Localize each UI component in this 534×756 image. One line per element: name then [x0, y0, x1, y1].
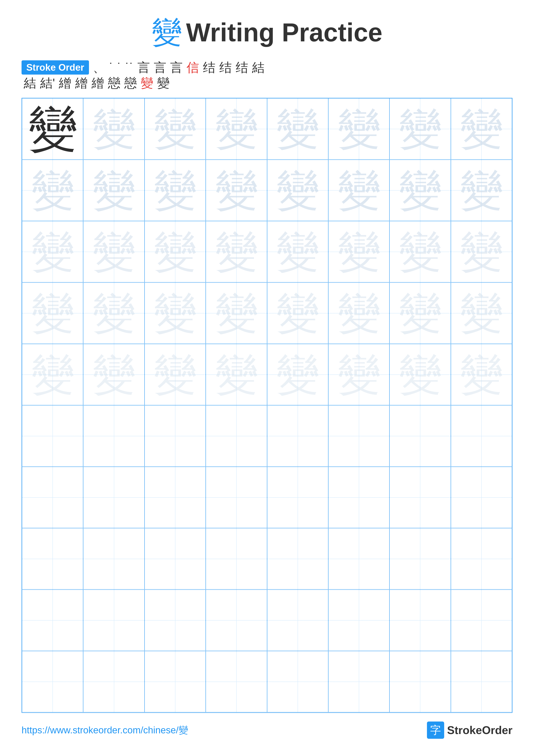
grid-cell[interactable]: 變: [206, 160, 267, 221]
grid-cell[interactable]: [328, 651, 390, 712]
practice-char: 變: [399, 353, 442, 396]
grid-cell[interactable]: [83, 467, 144, 528]
grid-cell[interactable]: 變: [206, 344, 267, 405]
grid-cell[interactable]: 變: [206, 283, 267, 344]
grid-cell[interactable]: 變: [206, 221, 267, 282]
grid-cell[interactable]: [451, 467, 512, 528]
grid-cell[interactable]: 變: [206, 98, 267, 159]
grid-cell[interactable]: [328, 467, 390, 528]
grid-cell[interactable]: [22, 590, 83, 651]
grid-cell[interactable]: [267, 590, 328, 651]
grid-cell[interactable]: [451, 651, 512, 712]
grid-cell[interactable]: 變: [22, 160, 83, 221]
grid-cell[interactable]: 變: [267, 98, 328, 159]
practice-char: 變: [215, 108, 258, 150]
grid-cell[interactable]: 變: [390, 344, 451, 405]
grid-cell[interactable]: [451, 405, 512, 467]
grid-cell[interactable]: [267, 528, 328, 589]
grid-cell[interactable]: 變: [267, 160, 328, 221]
stroke-order-section: Stroke Order 、 ˙ ˙ ˙˙ 言 言 言 信 结 结 结 結 結 …: [21, 60, 513, 89]
grid-cell[interactable]: 變: [390, 283, 451, 344]
grid-cell[interactable]: [144, 651, 206, 712]
grid-cell[interactable]: [267, 651, 328, 712]
grid-cell[interactable]: 變: [83, 221, 144, 282]
grid-cell[interactable]: 變: [328, 344, 390, 405]
practice-char: 變: [92, 169, 135, 212]
practice-char: 變: [460, 169, 503, 212]
grid-cell[interactable]: 變: [451, 221, 512, 282]
grid-cell[interactable]: 變: [144, 221, 206, 282]
grid-cell[interactable]: 變: [267, 221, 328, 282]
grid-cell[interactable]: 變: [451, 344, 512, 405]
grid-cell[interactable]: [22, 528, 83, 589]
footer-url[interactable]: https://www.strokeorder.com/chinese/變: [21, 724, 188, 737]
grid-cell[interactable]: 變: [267, 344, 328, 405]
grid-cell[interactable]: 變: [144, 98, 206, 159]
grid-cell[interactable]: [83, 405, 144, 467]
footer-logo-text: StrokeOrder: [447, 724, 513, 737]
grid-cell[interactable]: 變: [22, 344, 83, 405]
stroke-char-12: 結: [252, 61, 265, 74]
grid-cell[interactable]: [390, 405, 451, 467]
grid-cell[interactable]: [206, 528, 267, 589]
grid-cell[interactable]: [267, 405, 328, 467]
grid-cell[interactable]: [22, 651, 83, 712]
grid-cell[interactable]: [328, 590, 390, 651]
grid-cell[interactable]: [22, 405, 83, 467]
grid-cell[interactable]: 變: [267, 283, 328, 344]
grid-cell[interactable]: [390, 651, 451, 712]
grid-cell[interactable]: [83, 590, 144, 651]
grid-cell[interactable]: [390, 528, 451, 589]
grid-cell[interactable]: [206, 590, 267, 651]
grid-cell[interactable]: [206, 405, 267, 467]
grid-cell[interactable]: 變: [144, 283, 206, 344]
grid-cell[interactable]: 變: [22, 221, 83, 282]
grid-cell[interactable]: 變: [451, 283, 512, 344]
grid-cell[interactable]: 變: [144, 160, 206, 221]
grid-cell[interactable]: 變: [83, 283, 144, 344]
grid-cell[interactable]: 變: [390, 98, 451, 159]
practice-char: 變: [154, 169, 196, 212]
grid-cell[interactable]: 變: [22, 98, 83, 159]
grid-cell[interactable]: 變: [328, 221, 390, 282]
grid-cell[interactable]: 變: [83, 344, 144, 405]
practice-char: 變: [31, 353, 74, 396]
grid-cell[interactable]: 變: [451, 160, 512, 221]
grid-cell[interactable]: [451, 528, 512, 589]
grid-cell[interactable]: [451, 590, 512, 651]
grid-cell[interactable]: 變: [451, 98, 512, 159]
practice-char: 變: [338, 108, 380, 150]
grid-cell[interactable]: [267, 467, 328, 528]
grid-cell[interactable]: 變: [83, 160, 144, 221]
grid-cell[interactable]: 變: [22, 283, 83, 344]
practice-char: 變: [338, 169, 380, 212]
grid-cell[interactable]: [206, 467, 267, 528]
grid-cell[interactable]: [144, 590, 206, 651]
grid-cell[interactable]: [328, 405, 390, 467]
grid-cell[interactable]: [206, 651, 267, 712]
grid-cell[interactable]: 變: [328, 160, 390, 221]
practice-char: 變: [276, 230, 319, 273]
grid-cell[interactable]: [144, 405, 206, 467]
grid-cell[interactable]: [22, 467, 83, 528]
grid-cell[interactable]: [390, 590, 451, 651]
grid-cell[interactable]: 變: [390, 221, 451, 282]
grid-cell[interactable]: 變: [83, 98, 144, 159]
grid-cell[interactable]: 變: [390, 160, 451, 221]
grid-cell[interactable]: [144, 467, 206, 528]
grid-cell[interactable]: 變: [328, 98, 390, 159]
practice-char: 變: [215, 230, 258, 273]
stroke-char-19: 戀: [124, 77, 137, 89]
grid-cell[interactable]: [83, 651, 144, 712]
grid-cell[interactable]: 變: [328, 283, 390, 344]
footer-logo: 字 StrokeOrder: [427, 721, 513, 739]
grid-cell[interactable]: [328, 528, 390, 589]
practice-char: 變: [154, 108, 196, 150]
grid-cell[interactable]: [83, 528, 144, 589]
title-section: 變 Writing Practice: [152, 17, 382, 47]
stroke-char-1: 、: [93, 61, 105, 74]
stroke-order-badge: Stroke Order: [21, 60, 89, 74]
grid-cell[interactable]: 變: [144, 344, 206, 405]
grid-cell[interactable]: [144, 528, 206, 589]
grid-cell[interactable]: [390, 467, 451, 528]
